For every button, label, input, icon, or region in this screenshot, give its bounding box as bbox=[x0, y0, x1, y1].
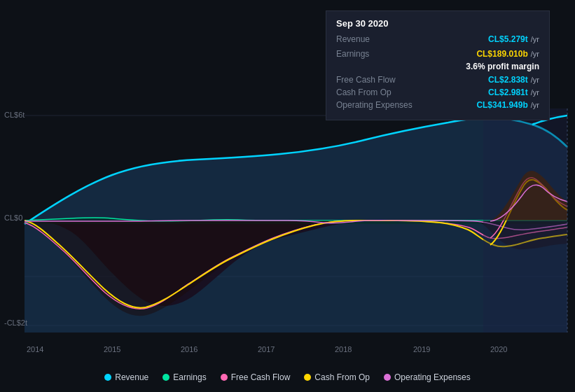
legend-label-earnings: Earnings bbox=[173, 372, 206, 382]
y-label-bottom: -CL$2t bbox=[4, 318, 27, 327]
legend-label-opex: Operating Expenses bbox=[394, 372, 471, 382]
x-label-2018: 2018 bbox=[335, 345, 352, 354]
tooltip-cashop-label: Cash From Op bbox=[336, 88, 420, 97]
tooltip-opex-value: CL$341.949b/yr bbox=[476, 100, 539, 110]
tooltip-fcf-value: CL$2.838t/yr bbox=[488, 75, 539, 85]
legend-item-revenue[interactable]: Revenue bbox=[104, 372, 148, 382]
legend-item-cashop[interactable]: Cash From Op bbox=[304, 372, 370, 382]
tooltip-revenue-row: Revenue CL$5.279t/yr bbox=[336, 34, 539, 44]
legend-dot-cashop bbox=[304, 374, 311, 381]
legend-dot-opex bbox=[384, 374, 391, 381]
tooltip-opex-label: Operating Expenses bbox=[336, 100, 420, 110]
tooltip-earnings-label: Earnings bbox=[336, 49, 420, 59]
legend-dot-earnings bbox=[162, 374, 169, 381]
legend-dot-fcf bbox=[221, 374, 228, 381]
tooltip-earnings-value: CL$189.010b/yr bbox=[476, 49, 539, 59]
tooltip-date: Sep 30 2020 bbox=[336, 18, 539, 29]
tooltip-opex-row: Operating Expenses CL$341.949b/yr bbox=[336, 100, 539, 110]
x-label-2016: 2016 bbox=[181, 345, 198, 354]
y-label-top: CL$6t bbox=[4, 111, 25, 119]
x-label-2017: 2017 bbox=[258, 345, 275, 354]
legend-item-opex[interactable]: Operating Expenses bbox=[384, 372, 471, 382]
x-label-2020: 2020 bbox=[490, 345, 507, 354]
tooltip-fcf-label: Free Cash Flow bbox=[336, 75, 420, 85]
tooltip-cashop-row: Cash From Op CL$2.981t/yr bbox=[336, 88, 539, 97]
tooltip-fcf-row: Free Cash Flow CL$2.838t/yr bbox=[336, 75, 539, 85]
tooltip-earnings-row: Earnings CL$189.010b/yr 3.6% profit marg… bbox=[336, 47, 539, 72]
x-label-2014: 2014 bbox=[27, 345, 43, 354]
tooltip-revenue-label: Revenue bbox=[336, 34, 420, 44]
chart-legend: Revenue Earnings Free Cash Flow Cash Fro… bbox=[0, 372, 575, 382]
legend-label-cashop: Cash From Op bbox=[314, 372, 370, 382]
tooltip-card: Sep 30 2020 Revenue CL$5.279t/yr Earning… bbox=[326, 10, 550, 120]
legend-item-fcf[interactable]: Free Cash Flow bbox=[221, 372, 291, 382]
x-label-2019: 2019 bbox=[413, 345, 430, 354]
legend-dot-revenue bbox=[104, 374, 111, 381]
legend-label-revenue: Revenue bbox=[115, 372, 148, 382]
x-label-2015: 2015 bbox=[104, 345, 120, 354]
legend-item-earnings[interactable]: Earnings bbox=[162, 372, 206, 382]
tooltip-revenue-value: CL$5.279t/yr bbox=[488, 34, 539, 44]
legend-label-fcf: Free Cash Flow bbox=[231, 372, 291, 382]
y-label-mid: CL$0 bbox=[4, 214, 22, 222]
chart-container: CL$6t CL$0 -CL$2t 2014 2015 2016 2017 20… bbox=[0, 0, 575, 392]
tooltip-profit-margin: 3.6% profit margin bbox=[466, 62, 539, 71]
tooltip-cashop-value: CL$2.981t/yr bbox=[488, 88, 539, 97]
